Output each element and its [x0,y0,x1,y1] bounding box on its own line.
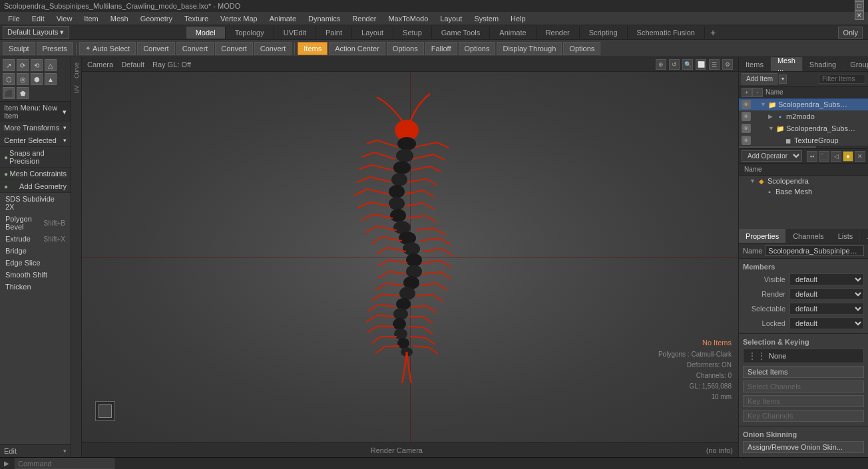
close-btn[interactable]: ✕ [855,11,864,20]
viewport-icon-5[interactable]: ☰ [709,59,720,70]
tool-icon-10[interactable]: ⬟ [17,87,29,99]
menu-dynamics[interactable]: Dynamics [303,13,345,24]
viewport-icon-4[interactable]: ⬜ [696,59,706,70]
op-icon-2[interactable]: ⬛ [819,151,829,162]
options3-btn[interactable]: Options [563,42,600,55]
snaps-header[interactable]: ● Snaps and Precision [0,147,71,167]
add-operator-dropdown[interactable]: Add Operator [742,150,802,162]
auto-select-btn[interactable]: ✦ Auto Select [79,42,136,55]
command-input[interactable] [15,458,114,469]
polygon-bevel-btn[interactable]: Polygon Bevel Shift+B [0,213,71,233]
items-btn[interactable]: Items [298,42,327,55]
viewport-icon-6[interactable]: ⚙ [722,59,733,70]
menu-mesh[interactable]: Mesh [105,13,134,24]
viewport-icon-1[interactable]: ⊕ [656,59,666,70]
menu-help[interactable]: Help [505,13,531,24]
assign-onion-btn[interactable]: Assign/Remove Onion Skin... [743,441,864,453]
tool-icon-9[interactable]: ⬛ [3,87,15,99]
col-expand-btn[interactable]: + [742,88,752,97]
options1-btn[interactable]: Options [387,42,424,55]
tab-lists[interactable]: Lists [831,229,861,243]
menu-system[interactable]: System [469,13,504,24]
tree-item-scolopendra-sub[interactable]: 👁 ▼ 📁 Scolopendra_Subspines ... [739,122,868,134]
viewport-icon-3[interactable]: 🔍 [682,59,693,70]
menu-animate[interactable]: Animate [264,13,302,24]
op-icon-1[interactable]: ▪▪ [807,151,817,162]
locked-dropdown[interactable]: default [789,317,864,329]
camera-label[interactable]: Camera [87,61,113,69]
tab-topology[interactable]: Topology [226,27,274,39]
viewport-orientation-cube[interactable] [95,401,115,421]
item-menu-row[interactable]: Item Menu: New Item ▾ [0,102,71,122]
menu-render[interactable]: Render [347,13,381,24]
thicken-btn[interactable]: Thicken [0,281,71,293]
layout-dropdown[interactable]: Default Layouts ▾ [3,26,69,39]
tab-schematic[interactable]: Schematic Fusion [628,27,705,39]
menu-item[interactable]: Item [79,13,103,24]
visibility-eye-1[interactable]: 👁 [742,100,751,109]
tree-item-scolopendra-root[interactable]: 👁 ▼ 📁 Scolopendra_Subspinipes ... [739,98,868,110]
action-center-btn[interactable]: Action Center [329,42,385,55]
tool-icon-5[interactable]: ⬡ [3,73,15,85]
viewport[interactable]: No Items Polygons : Catmull-Clark Deform… [82,72,738,442]
tool-icon-7[interactable]: ⬢ [31,73,43,85]
viewport-icon-2[interactable]: ↺ [669,59,680,70]
center-selected-header[interactable]: Center Selected ▾ [0,134,71,146]
convert2-btn[interactable]: Convert [176,42,214,55]
op-icon-yellow[interactable]: ● [843,151,853,162]
visibility-eye-3[interactable]: 👁 [742,124,751,133]
menu-layout[interactable]: Layout [435,13,467,24]
mesh-constraints-header[interactable]: ● Mesh Constraints [0,168,71,180]
tab-shading[interactable]: Shading [803,57,843,71]
tree-item-m2modo[interactable]: 👁 ▶ ▪ m2modo [739,110,868,122]
more-transforms-header[interactable]: More Transforms ▾ [0,122,71,134]
convert1-btn[interactable]: Convert [137,42,175,55]
tab-paint[interactable]: Paint [316,27,352,39]
tab-mesh[interactable]: Mesh ... [771,57,803,71]
smooth-shift-btn[interactable]: Smooth Shift [0,269,71,281]
key-channels-btn[interactable]: Key Channels [743,410,864,422]
add-item-arrow[interactable]: ▾ [779,75,787,84]
op-icon-3[interactable]: ◁ [831,151,841,162]
render-dropdown[interactable]: default [789,288,864,300]
falloff-btn[interactable]: Falloff [425,42,457,55]
menu-texture[interactable]: Texture [179,13,214,24]
filter-items-input[interactable] [819,74,865,84]
only-btn[interactable]: Only [838,27,863,39]
tab-groups[interactable]: Groups [843,57,868,71]
convert3-btn[interactable]: Convert [215,42,253,55]
view-label[interactable]: Default [121,61,144,69]
tree-item-texturegroup[interactable]: 👁 ◼ TextureGroup [739,134,868,146]
op-icon-4[interactable]: ✕ [855,151,865,162]
add-geometry-header[interactable]: ● Add Geometry [0,180,71,192]
tab-channels[interactable]: Channels [786,229,831,243]
menu-view[interactable]: View [51,13,78,24]
op-tree-scolopendra[interactable]: ▼ ◆ Scolopendra [739,176,868,186]
col-collapse-btn[interactable]: - [752,88,763,97]
tool-icon-8[interactable]: ▲ [45,73,57,85]
curve-label[interactable]: Curve [72,60,81,81]
tab-gametools[interactable]: Game Tools [432,27,491,39]
sds-subdivide-btn[interactable]: SDS Subdivide 2X [0,193,71,213]
key-items-btn[interactable]: Key Items [743,395,864,407]
tool-icon-4[interactable]: △ [45,59,57,71]
renderer-label[interactable]: Ray GL: Off [152,61,191,69]
options2-btn[interactable]: Options [459,42,496,55]
tool-icon-1[interactable]: ↗ [3,59,15,71]
tab-render[interactable]: Render [537,27,580,39]
edge-slice-btn[interactable]: Edge Slice [0,257,71,269]
display-through-btn[interactable]: Display Through [497,42,562,55]
menu-edit[interactable]: Edit [27,13,50,24]
tab-lists-more[interactable]: ... [860,229,868,243]
sculpt-btn[interactable]: Sculpt [3,42,35,55]
tab-model[interactable]: Model [186,27,226,39]
select-channels-btn[interactable]: Select Channels [743,381,864,392]
menu-file[interactable]: File [3,13,25,24]
convert4-btn[interactable]: Convert [254,42,292,55]
tool-icon-6[interactable]: ◎ [17,73,29,85]
add-item-btn[interactable]: Add Item [742,73,777,84]
op-tree-basemesh[interactable]: ▪ Base Mesh [739,186,868,197]
menu-vertexmap[interactable]: Vertex Map [215,13,263,24]
tool-icon-3[interactable]: ⟲ [31,59,43,71]
visibility-eye-2[interactable]: 👁 [742,112,751,121]
